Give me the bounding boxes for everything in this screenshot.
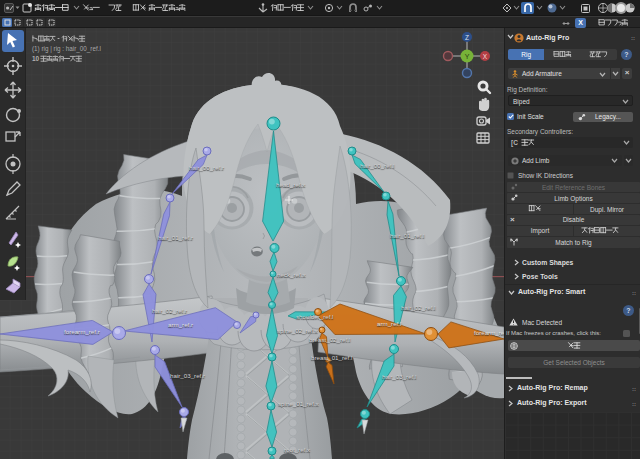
svg-text:root_ref.x: root_ref.x: [284, 446, 311, 453]
svg-text:hair_03_ref.l: hair_03_ref.l: [382, 373, 416, 380]
svg-text:spine_02_ref.x: spine_02_ref.x: [277, 327, 318, 334]
svg-text:arm_ref.r: arm_ref.r: [168, 321, 193, 328]
svg-text:arm_ref.l: arm_ref.l: [377, 320, 401, 327]
svg-text:X: X: [483, 53, 488, 60]
svg-text:10: 10: [32, 55, 40, 62]
svg-text:shoulder_ref.l: shoulder_ref.l: [296, 313, 334, 320]
svg-text:spine_01_ref.x: spine_01_ref.x: [278, 400, 319, 407]
svg-text:breast_02_ref.l: breast_02_ref.l: [309, 336, 350, 343]
svg-text:hair_02_ref.r: hair_02_ref.r: [152, 307, 187, 314]
svg-text:breast_01_ref.l: breast_01_ref.l: [311, 354, 352, 361]
svg-text:(1) rig | rig : hair_00_ref.l: (1) rig | rig : hair_00_ref.l: [32, 45, 101, 53]
svg-text:Y: Y: [465, 53, 470, 60]
svg-text:hair_00_ref.r: hair_00_ref.r: [189, 164, 224, 171]
svg-text:hair_01_ref.r: hair_01_ref.r: [158, 234, 193, 241]
svg-text:hair_01_ref.l: hair_01_ref.l: [390, 232, 424, 239]
svg-text:Z: Z: [465, 34, 469, 41]
svg-text:forearm_ref.r: forearm_ref.r: [64, 328, 100, 335]
svg-text:neck_ref.x: neck_ref.x: [277, 271, 306, 278]
svg-text:hair_02_ref.l: hair_02_ref.l: [401, 304, 435, 311]
svg-text:hair_03_ref.r: hair_03_ref.r: [170, 372, 205, 379]
svg-text:head_ref.x: head_ref.x: [276, 181, 306, 188]
svg-text:hair_00_ref.l: hair_00_ref.l: [360, 162, 394, 169]
svg-text:forearm_ref.l: forearm_ref.l: [474, 329, 504, 336]
